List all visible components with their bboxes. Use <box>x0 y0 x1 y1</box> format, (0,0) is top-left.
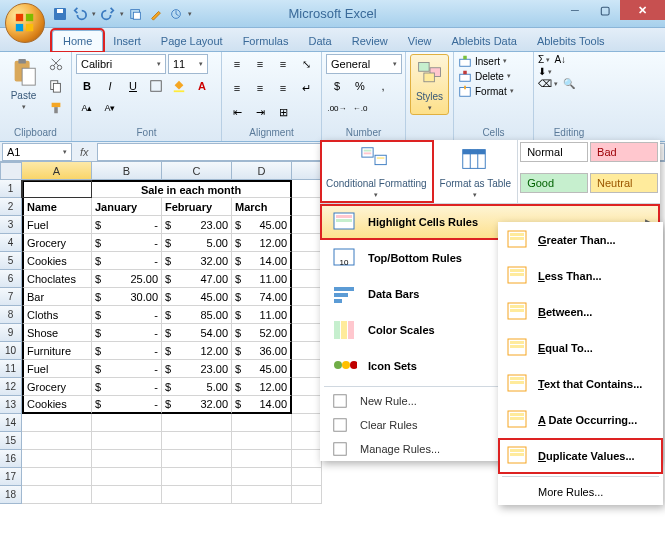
table-title-cell[interactable]: Sale in each month <box>92 180 292 198</box>
redo-dropdown-icon[interactable]: ▾ <box>120 10 124 18</box>
table-cell[interactable]: $85.00 <box>162 306 232 324</box>
tab-insert[interactable]: Insert <box>103 31 151 51</box>
table-cell[interactable]: $30.00 <box>92 288 162 306</box>
row-header[interactable]: 11 <box>0 360 22 378</box>
undo-icon[interactable] <box>72 6 88 22</box>
empty-cell[interactable] <box>22 414 92 432</box>
table-cell[interactable]: $32.00 <box>162 252 232 270</box>
table-cell[interactable]: $47.00 <box>162 270 232 288</box>
empty-cell[interactable] <box>292 414 322 432</box>
empty-cell[interactable] <box>232 414 292 432</box>
tab-formulas[interactable]: Formulas <box>233 31 299 51</box>
table-cell[interactable]: $12.00 <box>232 378 292 396</box>
table-header-cell[interactable]: March <box>232 198 292 216</box>
align-right-button[interactable]: ≡ <box>272 78 294 98</box>
name-box[interactable]: A1▾ <box>2 143 72 161</box>
style-swatch-bad[interactable]: Bad <box>590 142 658 162</box>
submenu-less-than-[interactable]: Less Than... <box>498 258 663 294</box>
table-cell[interactable]: Furniture <box>22 342 92 360</box>
table-cell[interactable]: $52.00 <box>232 324 292 342</box>
autosum-button[interactable]: Σ ▾ A↓ <box>538 54 566 65</box>
format-cells-button[interactable]: Format ▾ <box>458 84 514 98</box>
empty-cell[interactable] <box>292 252 322 270</box>
submenu-between-[interactable]: Between... <box>498 294 663 330</box>
underline-button[interactable]: U <box>122 76 144 96</box>
row-header[interactable]: 7 <box>0 288 22 306</box>
bold-button[interactable]: B <box>76 76 98 96</box>
undo-dropdown-icon[interactable]: ▾ <box>92 10 96 18</box>
align-middle-button[interactable]: ≡ <box>249 54 271 74</box>
empty-cell[interactable] <box>292 378 322 396</box>
align-center-button[interactable]: ≡ <box>249 78 271 98</box>
empty-cell[interactable] <box>92 468 162 486</box>
empty-cell[interactable] <box>162 414 232 432</box>
tab-ablebits-data[interactable]: Ablebits Data <box>441 31 526 51</box>
fill-button[interactable]: ⬇ ▾ <box>538 66 552 77</box>
submenu-equal-to-[interactable]: Equal To... <box>498 330 663 366</box>
column-header-D[interactable]: D <box>232 162 292 180</box>
font-color-button[interactable]: A <box>191 76 213 96</box>
table-cell[interactable]: $11.00 <box>232 270 292 288</box>
qat-icon-3[interactable] <box>168 6 184 22</box>
cell-a1[interactable] <box>22 180 92 198</box>
table-cell[interactable]: Cookies <box>22 252 92 270</box>
empty-cell[interactable] <box>292 180 322 198</box>
align-top-button[interactable]: ≡ <box>226 54 248 74</box>
table-cell[interactable]: Cookies <box>22 396 92 414</box>
clear-button[interactable]: ⌫ ▾ 🔍 <box>538 78 575 89</box>
empty-cell[interactable] <box>22 432 92 450</box>
merge-button[interactable]: ⊞ <box>272 103 294 123</box>
empty-cell[interactable] <box>292 306 322 324</box>
table-cell[interactable]: $- <box>92 216 162 234</box>
delete-cells-button[interactable]: Delete ▾ <box>458 69 511 83</box>
empty-cell[interactable] <box>162 486 232 504</box>
table-cell[interactable]: $- <box>92 360 162 378</box>
row-header[interactable]: 5 <box>0 252 22 270</box>
copy-button[interactable] <box>45 76 67 96</box>
qat-customize-icon[interactable]: ▾ <box>188 10 192 18</box>
empty-cell[interactable] <box>232 486 292 504</box>
select-all-corner[interactable] <box>0 162 22 180</box>
empty-cell[interactable] <box>162 450 232 468</box>
wrap-text-button[interactable]: ↵ <box>295 78 317 98</box>
maximize-button[interactable]: ▢ <box>590 0 620 20</box>
empty-cell[interactable] <box>292 450 322 468</box>
align-left-button[interactable]: ≡ <box>226 78 248 98</box>
row-header[interactable]: 9 <box>0 324 22 342</box>
empty-cell[interactable] <box>292 198 322 216</box>
row-header[interactable]: 8 <box>0 306 22 324</box>
empty-cell[interactable] <box>292 342 322 360</box>
table-cell[interactable]: $12.00 <box>162 342 232 360</box>
font-name-combo[interactable]: Calibri▾ <box>76 54 166 74</box>
insert-cells-button[interactable]: Insert ▾ <box>458 54 507 68</box>
empty-cell[interactable] <box>292 234 322 252</box>
submenu-more-rules[interactable]: More Rules... <box>498 479 663 505</box>
tab-view[interactable]: View <box>398 31 442 51</box>
row-header[interactable]: 14 <box>0 414 22 432</box>
column-header-B[interactable]: B <box>92 162 162 180</box>
empty-cell[interactable] <box>292 432 322 450</box>
column-header-C[interactable]: C <box>162 162 232 180</box>
empty-cell[interactable] <box>292 468 322 486</box>
table-cell[interactable]: Bar <box>22 288 92 306</box>
cut-button[interactable] <box>45 54 67 74</box>
table-cell[interactable]: $- <box>92 342 162 360</box>
empty-cell[interactable] <box>292 270 322 288</box>
table-cell[interactable]: $- <box>92 306 162 324</box>
empty-cell[interactable] <box>162 468 232 486</box>
table-cell[interactable]: Cloths <box>22 306 92 324</box>
format-as-table-button[interactable]: Format as Table▾ <box>434 140 519 203</box>
row-header[interactable]: 4 <box>0 234 22 252</box>
table-cell[interactable]: $14.00 <box>232 396 292 414</box>
shrink-font-button[interactable]: A▾ <box>99 98 121 118</box>
empty-cell[interactable] <box>162 432 232 450</box>
align-bottom-button[interactable]: ≡ <box>272 54 294 74</box>
row-header[interactable]: 10 <box>0 342 22 360</box>
qat-icon-2[interactable] <box>148 6 164 22</box>
tab-review[interactable]: Review <box>342 31 398 51</box>
table-cell[interactable]: Shose <box>22 324 92 342</box>
row-header[interactable]: 2 <box>0 198 22 216</box>
column-header-E[interactable] <box>292 162 322 180</box>
empty-cell[interactable] <box>22 450 92 468</box>
percent-button[interactable]: % <box>349 76 371 96</box>
